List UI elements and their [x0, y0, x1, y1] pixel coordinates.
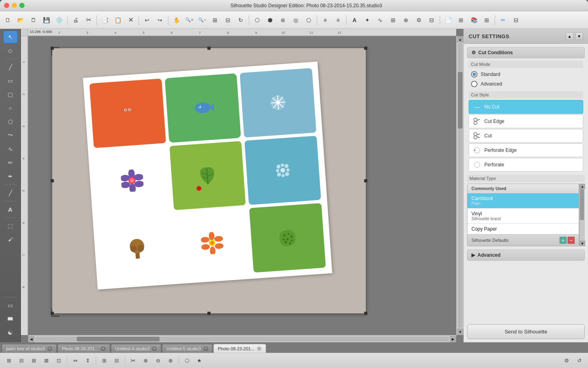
star-button[interactable]: ★	[194, 355, 205, 366]
tab-photo-08-23[interactable]: Photo 08-23-201... ×	[213, 344, 266, 353]
pencil-tool[interactable]: ✏	[3, 156, 18, 169]
undo-button[interactable]: ↩	[141, 14, 153, 26]
yin-yang-tool[interactable]: ☯	[3, 326, 18, 339]
copy-button[interactable]: 📑	[99, 14, 111, 26]
material-scroll-down[interactable]: ▼	[580, 241, 585, 246]
print-button[interactable]: 🖨	[70, 14, 82, 26]
send-to-silhouette-button[interactable]: Send to Silhouette	[467, 324, 585, 339]
align-button[interactable]: ≡	[319, 14, 331, 26]
node-edit-button[interactable]: ✦	[361, 14, 373, 26]
replicate-button[interactable]: ⊞	[387, 14, 399, 26]
media-button[interactable]: 💿	[53, 14, 65, 26]
cut-mode-standard-radio[interactable]	[471, 71, 477, 78]
polygon-tool[interactable]: ⬠	[3, 115, 18, 128]
horizontal-scrollbar[interactable]: ◀ ▶	[28, 336, 456, 342]
rounded-rect-tool[interactable]: ▢	[3, 88, 18, 101]
tab-palm-tree[interactable]: palm tree ef.studio3 ×	[2, 344, 57, 353]
selection-handle-tr[interactable]	[364, 47, 367, 50]
canvas-wrapper[interactable]: 10.296 -0.690 1 2 3 4 5 6 7 8 9 10 11 12	[21, 29, 463, 342]
open-recent-button[interactable]: 🗒	[27, 14, 39, 26]
zoom-in-button[interactable]: 🔍+	[183, 14, 195, 26]
flip-v-button[interactable]: ⇕	[82, 355, 93, 366]
material-copy-paper[interactable]: Copy Paper	[467, 223, 579, 234]
text-tool[interactable]: A	[3, 203, 18, 216]
align-center-h-button[interactable]: ⊟	[16, 355, 27, 366]
node-tool[interactable]: ◇	[3, 44, 18, 57]
zoom-out-button[interactable]: 🔍−	[196, 14, 208, 26]
tab-photo-08-26[interactable]: Photo 08-26-201... ×	[57, 344, 110, 353]
library-tool[interactable]: 📖	[3, 313, 18, 325]
align-top-button[interactable]: ⊠	[41, 355, 52, 366]
maximize-window-button[interactable]	[19, 3, 25, 8]
selection-handle-ml[interactable]	[51, 179, 54, 182]
ellipse-tool[interactable]: ○	[3, 102, 18, 114]
rect-tool[interactable]: ▭	[3, 74, 18, 87]
tab-untitled-5[interactable]: Untitled-5.studio3 ×	[162, 344, 213, 353]
tab-untitled-4-close[interactable]: ×	[152, 346, 157, 351]
weld-button2[interactable]: ⊕	[165, 355, 176, 366]
flip-h-button[interactable]: ⇔	[70, 355, 81, 366]
cut-style-no-cut[interactable]: — No Cut	[469, 100, 583, 114]
scroll-track-h[interactable]	[35, 337, 449, 341]
material-scrollbar[interactable]: ▲ ▼	[579, 184, 585, 246]
panel4-button[interactable]: ◎	[290, 14, 302, 26]
selection-handle-bm[interactable]	[207, 312, 211, 315]
cut-shape-button[interactable]: ✂	[127, 355, 139, 366]
open-button[interactable]: 📂	[14, 14, 27, 26]
delete-button[interactable]: ✕	[125, 14, 137, 26]
selection-handle-tm[interactable]	[207, 47, 211, 50]
extra-button[interactable]: ⊟	[510, 14, 522, 26]
ungroup-button[interactable]: ⊟	[111, 355, 122, 366]
scroll-thumb-v[interactable]	[458, 72, 463, 129]
cut-style-perforate-edge[interactable]: Perforate Edge	[469, 143, 583, 157]
material-add-button[interactable]: +	[559, 237, 567, 244]
material-scroll-thumb[interactable]	[580, 189, 584, 220]
align-center-v-button[interactable]: ⊡	[53, 355, 64, 366]
settings-button[interactable]: ⚙	[561, 355, 572, 366]
zoom-select-button[interactable]: ⊟	[222, 14, 234, 26]
paint-tool[interactable]: 🖌	[3, 233, 18, 246]
refresh-button[interactable]: ↺	[574, 355, 585, 366]
panel2-button[interactable]: ⬢	[264, 14, 276, 26]
ruler-guide-button[interactable]: ⊟	[426, 14, 438, 26]
cut-conditions-header[interactable]: ⚙ Cut Conditions	[467, 47, 585, 58]
tab-untitled-5-close[interactable]: ×	[203, 346, 208, 351]
pen-button[interactable]: ✏	[497, 14, 509, 26]
pen-tool[interactable]: ✒	[3, 170, 18, 183]
tab-photo-08-26-close[interactable]: ×	[101, 346, 106, 351]
cut-mode-advanced-row[interactable]: Advanced	[469, 79, 583, 89]
panel3-button[interactable]: ⊛	[277, 14, 289, 26]
intersect-button[interactable]: ⊗	[140, 355, 151, 366]
trace-button[interactable]: ⬡	[251, 14, 263, 26]
style-button[interactable]: ⚙	[413, 14, 425, 26]
eraser-tool[interactable]: ⬚	[3, 219, 18, 232]
select-tool[interactable]: ↖	[3, 31, 18, 43]
view-button[interactable]: ⊞	[455, 14, 467, 26]
material-remove-button[interactable]: −	[568, 237, 575, 244]
cut-mode-advanced-radio[interactable]	[471, 81, 477, 87]
group-button[interactable]: ⊞	[98, 355, 110, 366]
advanced-section-header[interactable]: ▶ Advanced	[467, 249, 585, 261]
panel5-button[interactable]: ⬠	[303, 14, 315, 26]
new-button[interactable]: 🗋	[2, 14, 14, 26]
zoom-fit-button[interactable]: ⊞	[209, 14, 221, 26]
minimize-window-button[interactable]	[12, 3, 17, 8]
redo-button[interactable]: ↪	[154, 14, 166, 26]
scroll-left-button[interactable]: ◀	[28, 336, 35, 342]
align2-button[interactable]: ≡	[332, 14, 344, 26]
shape-button[interactable]: ⬠	[181, 355, 193, 366]
tab-untitled-4[interactable]: Untitled-4.studio3 ×	[111, 344, 162, 353]
frame-tool[interactable]: ▭	[3, 299, 18, 312]
tab-palm-tree-close[interactable]: ×	[47, 346, 52, 351]
tab-photo-08-23-close[interactable]: ×	[257, 346, 262, 351]
grid-button[interactable]: ⊞	[481, 14, 493, 26]
bezier-tool[interactable]: ∿	[3, 143, 18, 155]
selection-handle-mr[interactable]	[364, 179, 367, 182]
window-controls[interactable]	[4, 3, 25, 8]
selection-handle-br[interactable]	[364, 312, 367, 315]
weld-button[interactable]: ⊕	[400, 14, 412, 26]
scroll-down-button[interactable]: ▼	[457, 329, 463, 335]
freehand-tool[interactable]: 〜	[3, 129, 18, 142]
align-left-button[interactable]: ⊞	[3, 355, 14, 366]
close-window-button[interactable]	[4, 3, 9, 8]
